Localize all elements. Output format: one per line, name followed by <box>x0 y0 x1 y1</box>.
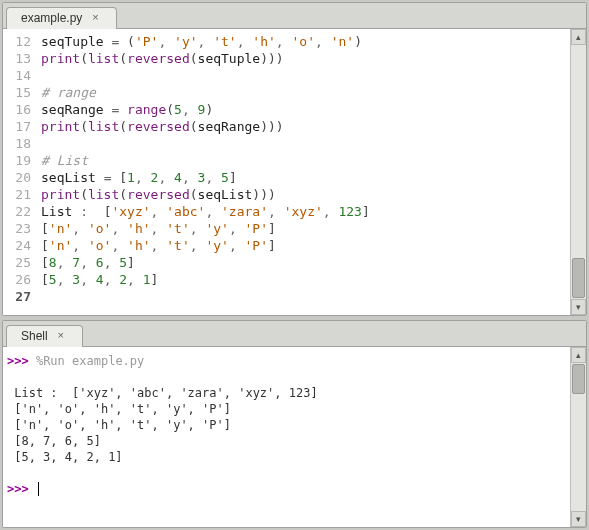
code-line[interactable]: [5, 3, 4, 2, 1] <box>41 271 568 288</box>
code-line[interactable]: [8, 7, 6, 5] <box>41 254 568 271</box>
line-number: 23 <box>7 220 31 237</box>
scroll-up-icon[interactable]: ▴ <box>571 347 586 363</box>
shell-output-line: [5, 3, 4, 2, 1] <box>7 449 566 465</box>
line-number: 22 <box>7 203 31 220</box>
editor-tab[interactable]: example.py × <box>6 7 117 29</box>
editor-scrollbar[interactable]: ▴ ▾ <box>570 29 586 315</box>
code-line[interactable]: ['n', 'o', 'h', 't', 'y', 'P'] <box>41 220 568 237</box>
shell-pane: Shell × >>> %Run example.py List : ['xyz… <box>2 320 587 528</box>
line-number: 12 <box>7 33 31 50</box>
tab-bar-space <box>83 340 583 347</box>
editor-body: 12131415161718192021222324252627 seqTupl… <box>3 29 586 315</box>
code-line[interactable]: seqList = [1, 2, 4, 3, 5] <box>41 169 568 186</box>
editor-tab-bar: example.py × <box>3 3 586 29</box>
shell-tab-label: Shell <box>21 329 48 343</box>
close-icon[interactable]: × <box>54 329 68 343</box>
line-number: 15 <box>7 84 31 101</box>
code-area[interactable]: seqTuple = ('P', 'y', 't', 'h', 'o', 'n'… <box>39 29 570 315</box>
code-line[interactable]: seqRange = range(5, 9) <box>41 101 568 118</box>
code-line[interactable]: seqTuple = ('P', 'y', 't', 'h', 'o', 'n'… <box>41 33 568 50</box>
line-number-gutter: 12131415161718192021222324252627 <box>3 29 39 315</box>
code-line[interactable]: print(list(reversed(seqTuple))) <box>41 50 568 67</box>
shell-output-line: ['n', 'o', 'h', 't', 'y', 'P'] <box>7 401 566 417</box>
line-number: 16 <box>7 101 31 118</box>
code-line[interactable]: ['n', 'o', 'h', 't', 'y', 'P'] <box>41 237 568 254</box>
shell-body-wrap: >>> %Run example.py List : ['xyz', 'abc'… <box>3 347 586 527</box>
line-number: 13 <box>7 50 31 67</box>
code-line[interactable]: List : ['xyz', 'abc', 'zara', 'xyz', 123… <box>41 203 568 220</box>
line-number: 27 <box>7 288 31 305</box>
close-icon[interactable]: × <box>88 11 102 25</box>
code-line[interactable]: print(list(reversed(seqList))) <box>41 186 568 203</box>
line-number: 21 <box>7 186 31 203</box>
shell-run-line: >>> %Run example.py <box>7 353 566 369</box>
code-line[interactable] <box>41 67 568 84</box>
line-number: 25 <box>7 254 31 271</box>
scroll-down-icon[interactable]: ▾ <box>571 299 586 315</box>
shell-prompt-line[interactable]: >>> <box>7 481 566 497</box>
code-line[interactable]: print(list(reversed(seqRange))) <box>41 118 568 135</box>
shell-tab[interactable]: Shell × <box>6 325 83 347</box>
scroll-down-icon[interactable]: ▾ <box>571 511 586 527</box>
shell-output-line: ['n', 'o', 'h', 't', 'y', 'P'] <box>7 417 566 433</box>
line-number: 24 <box>7 237 31 254</box>
cursor-icon <box>38 482 39 496</box>
shell-scrollbar[interactable]: ▴ ▾ <box>570 347 586 527</box>
line-number: 14 <box>7 67 31 84</box>
line-number: 20 <box>7 169 31 186</box>
editor-pane: example.py × 121314151617181920212223242… <box>2 2 587 316</box>
line-number: 26 <box>7 271 31 288</box>
shell-output-line: [8, 7, 6, 5] <box>7 433 566 449</box>
code-line[interactable]: # range <box>41 84 568 101</box>
editor-tab-label: example.py <box>21 11 82 25</box>
tab-bar-space <box>117 22 583 29</box>
shell-blank <box>7 465 566 481</box>
line-number: 19 <box>7 152 31 169</box>
line-number: 18 <box>7 135 31 152</box>
scroll-up-icon[interactable]: ▴ <box>571 29 586 45</box>
shell-output-line: List : ['xyz', 'abc', 'zara', 'xyz', 123… <box>7 385 566 401</box>
scroll-thumb[interactable] <box>572 258 585 298</box>
scroll-thumb[interactable] <box>572 364 585 394</box>
shell-blank <box>7 369 566 385</box>
scroll-track[interactable] <box>571 395 586 511</box>
line-number: 17 <box>7 118 31 135</box>
shell-tab-bar: Shell × <box>3 321 586 347</box>
code-line[interactable] <box>41 288 568 305</box>
shell-output-area[interactable]: >>> %Run example.py List : ['xyz', 'abc'… <box>3 347 570 527</box>
code-line[interactable] <box>41 135 568 152</box>
scroll-track[interactable] <box>571 45 586 257</box>
code-line[interactable]: # List <box>41 152 568 169</box>
